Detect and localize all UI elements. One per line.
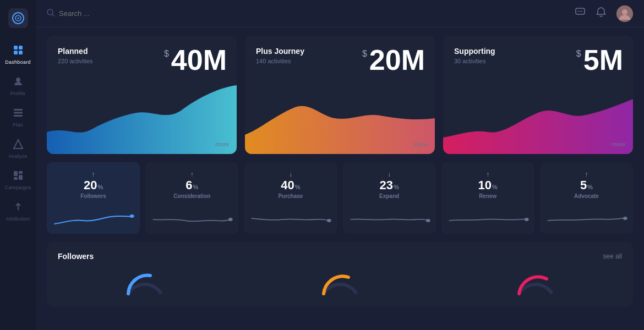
sidebar-item-label: Campaigns: [4, 185, 31, 190]
see-all-link[interactable]: see all: [603, 252, 622, 260]
svg-point-30: [525, 218, 529, 221]
card-more-supporting[interactable]: more: [612, 141, 625, 147]
card-more-plus-journey[interactable]: more: [413, 141, 427, 147]
svg-rect-11: [14, 115, 23, 117]
stat-percent: %: [587, 184, 593, 190]
svg-rect-4: [14, 46, 18, 50]
stat-label: Consideration: [173, 193, 210, 199]
stat-mini-chart-advocate: [544, 208, 629, 229]
arrow-up-icon: ↑: [585, 170, 588, 178]
svg-point-29: [425, 219, 430, 222]
sidebar-item-label: Dashboard: [5, 59, 31, 65]
stat-value: 20: [84, 179, 97, 191]
sidebar-item-label: Profile: [10, 91, 26, 96]
stat-percent: %: [394, 184, 399, 190]
stat-percent: %: [97, 184, 103, 190]
stat-card-renew[interactable]: ↑ 10 % Renew: [441, 162, 534, 234]
search-input[interactable]: [59, 9, 169, 18]
sidebar-item-label: Attribution: [6, 216, 30, 222]
svg-point-21: [578, 11, 579, 12]
avatar[interactable]: [616, 6, 633, 22]
stat-label: Renew: [479, 193, 496, 199]
sidebar-item-dashboard[interactable]: Dashboard: [0, 39, 36, 70]
follower-chart-pink: [514, 269, 558, 296]
stat-mini-chart-followers: [51, 208, 135, 229]
svg-rect-9: [14, 109, 23, 111]
card-supporting: Supporting 30 activities $ 5M: [443, 36, 633, 154]
sidebar-item-attribution[interactable]: Attribution: [0, 196, 36, 227]
sidebar-item-campaigns[interactable]: Campaigns: [0, 164, 36, 196]
sidebar: Dashboard Profile Plan Analyze: [0, 0, 36, 330]
stat-card-consideration[interactable]: ↑ 6 % Consideration: [145, 162, 238, 234]
stat-mini-chart-purchase: [248, 208, 332, 229]
campaigns-icon: [13, 170, 24, 183]
svg-point-8: [16, 78, 20, 82]
arrow-up-icon: ↑: [190, 170, 194, 178]
stat-card-purchase[interactable]: ↓ 40 % Purchase: [244, 162, 337, 234]
content-area: Planned 220 activities $ 40M: [36, 28, 644, 330]
card-plus-journey: Plus Journey 140 activities $ 20M: [245, 36, 435, 154]
card-chart-supporting: [443, 82, 633, 154]
svg-rect-13: [14, 171, 18, 176]
main-content: Planned 220 activities $ 40M: [36, 0, 644, 330]
stat-value: 5: [580, 179, 587, 191]
sidebar-item-label: Analyze: [8, 153, 27, 159]
svg-point-3: [17, 18, 19, 19]
sidebar-item-label: Plan: [13, 122, 23, 128]
section-header: Followers see all: [58, 252, 622, 261]
svg-line-19: [52, 14, 54, 16]
svg-rect-10: [14, 112, 23, 114]
svg-point-25: [622, 9, 627, 15]
analyze-icon: [13, 139, 24, 151]
plan-icon: [13, 107, 24, 120]
stat-card-followers[interactable]: ↑ 20 % Followers: [47, 162, 140, 234]
follower-chart-orange: [318, 269, 362, 296]
stat-card-expand[interactable]: ↓ 23 % Expand: [343, 162, 436, 234]
card-value: 5M: [583, 46, 623, 74]
metric-cards-row: Planned 220 activities $ 40M: [47, 36, 633, 154]
card-dollar: $: [164, 49, 169, 59]
svg-rect-15: [14, 177, 18, 180]
card-chart-plus-journey: [245, 82, 435, 154]
follower-chart-blue: [123, 269, 167, 296]
logo[interactable]: [8, 8, 28, 28]
stat-label: Followers: [80, 193, 106, 199]
arrow-down-icon: ↓: [388, 170, 391, 178]
notifications-icon[interactable]: [596, 7, 607, 20]
svg-rect-6: [14, 51, 18, 54]
svg-point-31: [623, 217, 627, 220]
stat-mini-chart-consideration: [150, 208, 234, 229]
card-planned: Planned 220 activities $ 40M: [47, 36, 237, 154]
svg-rect-16: [19, 175, 23, 180]
card-value-wrap: $ 20M: [362, 46, 425, 74]
sidebar-item-profile[interactable]: Profile: [0, 70, 36, 102]
stat-value: 40: [281, 179, 294, 191]
arrow-down-icon: ↓: [289, 170, 292, 178]
messages-icon[interactable]: [575, 7, 586, 20]
card-value-wrap: $ 5M: [576, 46, 623, 74]
sidebar-item-analyze[interactable]: Analyze: [0, 133, 36, 164]
search-wrap: [47, 9, 566, 18]
svg-marker-12: [14, 140, 23, 148]
stat-percent: %: [492, 184, 498, 190]
stat-label: Expand: [379, 193, 399, 199]
section-title: Followers: [58, 252, 94, 261]
stat-value: 23: [379, 179, 392, 191]
dashboard-icon: [13, 45, 24, 57]
card-chart-planned: [47, 82, 237, 154]
stat-mini-chart-renew: [446, 208, 530, 229]
attribution-icon: [13, 201, 24, 214]
svg-rect-5: [19, 46, 23, 50]
sidebar-item-plan[interactable]: Plan: [0, 102, 36, 133]
card-value-wrap: $ 40M: [164, 46, 227, 74]
header: [36, 0, 644, 28]
stat-percent: %: [193, 184, 198, 190]
stat-card-advocate[interactable]: ↑ 5 % Advocate: [540, 162, 633, 234]
header-icons: [575, 6, 633, 22]
svg-point-26: [130, 215, 134, 218]
stat-label: Advocate: [574, 193, 599, 199]
search-icon: [47, 9, 54, 18]
card-dollar: $: [576, 49, 581, 59]
stat-value: 10: [478, 179, 492, 191]
card-more-planned[interactable]: more: [215, 141, 229, 147]
